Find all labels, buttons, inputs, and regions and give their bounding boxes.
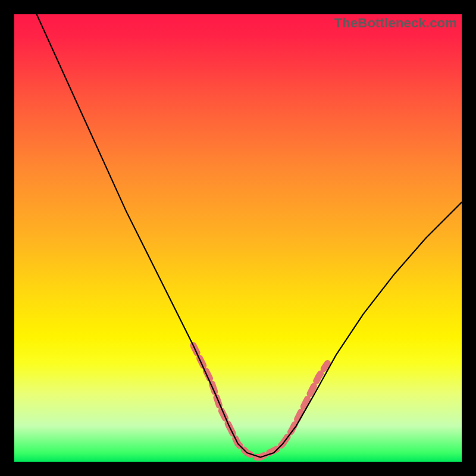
watermark-text: TheBottleneck.com xyxy=(334,15,457,31)
plot-area: TheBottleneck.com xyxy=(14,14,462,462)
series-highlight-bottom xyxy=(229,426,283,458)
series-highlight-left xyxy=(193,345,229,425)
series-curve xyxy=(37,14,462,457)
series-highlight-right xyxy=(283,364,327,444)
chart-svg xyxy=(14,14,462,462)
